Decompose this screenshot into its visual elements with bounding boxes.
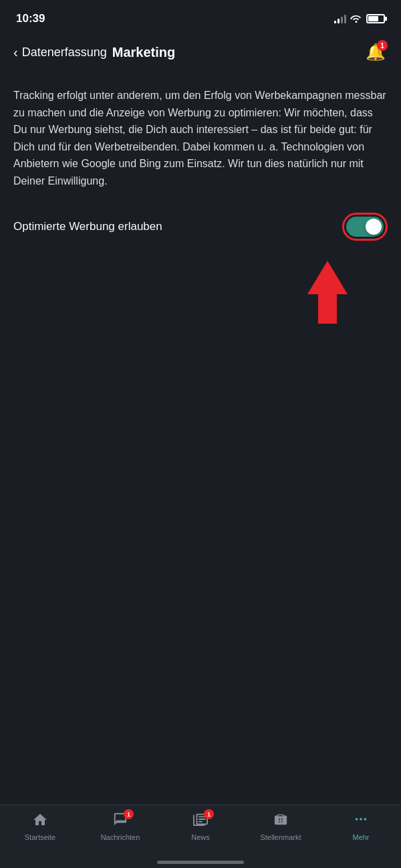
breadcrumb[interactable]: Datenerfassung bbox=[22, 45, 107, 60]
header-left[interactable]: ‹ Datenerfassung Marketing bbox=[13, 45, 175, 60]
toggle-row: Optimierte Werbung erlauben bbox=[13, 209, 388, 245]
tab-nachrichten-label: Nachrichten bbox=[101, 833, 140, 841]
nachrichten-badge: 1 bbox=[124, 809, 134, 819]
toggle-label: Optimierte Werbung erlauben bbox=[13, 220, 162, 233]
wifi-icon bbox=[350, 13, 362, 25]
signal-bars-icon bbox=[334, 14, 346, 23]
status-bar: 10:39 bbox=[0, 0, 401, 33]
battery-icon bbox=[366, 14, 385, 23]
status-time: 10:39 bbox=[16, 12, 45, 25]
toggle-highlight-box bbox=[342, 213, 388, 241]
tab-mehr[interactable]: Mehr bbox=[321, 812, 401, 841]
svg-point-1 bbox=[360, 818, 362, 821]
tab-news-label: News bbox=[191, 833, 210, 841]
content-area: Tracking erfolgt unter anderem, um den E… bbox=[0, 74, 401, 330]
svg-point-0 bbox=[356, 818, 358, 821]
tab-stellenmarkt-label: Stellenmarkt bbox=[260, 833, 301, 841]
jobs-icon bbox=[273, 812, 289, 831]
tab-startseite[interactable]: Startseite bbox=[0, 812, 80, 841]
notification-button[interactable]: 🔔 1 bbox=[364, 40, 388, 64]
news-icon: 1 bbox=[192, 812, 209, 831]
back-chevron-icon[interactable]: ‹ bbox=[13, 45, 18, 60]
more-icon bbox=[353, 812, 369, 831]
arrow-head bbox=[307, 261, 348, 294]
news-badge: 1 bbox=[204, 809, 214, 819]
status-icons bbox=[334, 13, 385, 25]
header: ‹ Datenerfassung Marketing 🔔 1 bbox=[0, 33, 401, 74]
arrow-shaft bbox=[318, 294, 337, 324]
arrow-up-indicator bbox=[307, 262, 348, 324]
tab-stellenmarkt[interactable]: Stellenmarkt bbox=[241, 812, 321, 841]
svg-point-2 bbox=[364, 818, 367, 821]
tab-mehr-label: Mehr bbox=[352, 833, 369, 841]
messages-icon: 1 bbox=[112, 812, 128, 831]
home-icon bbox=[32, 812, 48, 831]
notification-badge: 1 bbox=[377, 40, 388, 51]
arrow-indicator bbox=[13, 255, 388, 324]
page-title: Marketing bbox=[112, 45, 175, 60]
optimized-ads-toggle[interactable] bbox=[346, 217, 384, 237]
home-indicator bbox=[157, 861, 244, 864]
tab-startseite-label: Startseite bbox=[25, 833, 55, 841]
description-text: Tracking erfolgt unter anderem, um den E… bbox=[13, 87, 388, 190]
tab-bar: Startseite 1 Nachrichten 1 News Stellenm… bbox=[0, 804, 401, 868]
toggle-knob bbox=[366, 219, 382, 235]
tab-nachrichten[interactable]: 1 Nachrichten bbox=[80, 812, 160, 841]
tab-news[interactable]: 1 News bbox=[160, 812, 241, 841]
